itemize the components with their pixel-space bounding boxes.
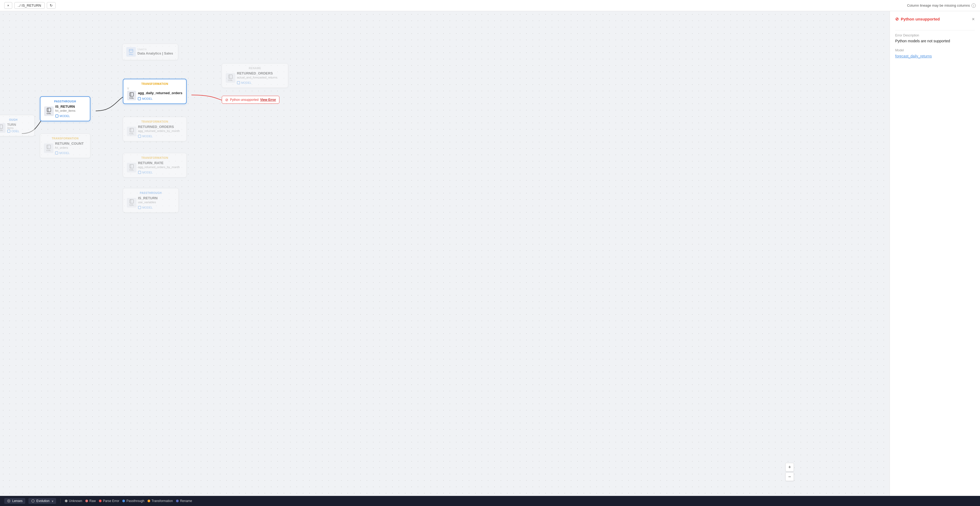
evolution-icon xyxy=(31,499,35,503)
node-sub: fct_order_items xyxy=(55,109,75,112)
y-label: Y xyxy=(127,87,182,90)
panel-divider xyxy=(895,30,975,30)
partial-left-node: OUGH COL TURN items ODEL xyxy=(0,115,35,136)
node-content: COL agg_daily_returned_orders MODEL xyxy=(127,91,182,100)
node-type-label: RENAME xyxy=(226,67,284,70)
svg-rect-23 xyxy=(130,200,134,203)
error-description-value: Python models are not supported xyxy=(895,39,975,43)
zoom-controls: + − xyxy=(785,463,794,481)
col-badge: COL xyxy=(226,73,235,83)
panel-title: ⊘ Python unsupported xyxy=(895,16,940,22)
legend-dot-parse-error xyxy=(99,500,102,502)
node-name: Data Analytics | Sales xyxy=(137,51,173,55)
lenses-label: Lenses xyxy=(12,499,22,503)
zoom-in-button[interactable]: + xyxy=(785,463,794,471)
close-button[interactable]: × xyxy=(4,2,12,9)
zoom-out-button[interactable]: − xyxy=(785,472,794,481)
model-badge: MODEL xyxy=(138,135,180,138)
svg-rect-14 xyxy=(229,75,232,78)
svg-rect-25 xyxy=(138,206,141,209)
error-icon: ⊘ xyxy=(225,97,228,102)
node-type-label: TRANSFORMATION xyxy=(44,137,86,140)
error-label: Python unsupported xyxy=(230,98,258,102)
node-name: RETURN_RATE xyxy=(138,161,180,165)
legend-label-raw: Raw xyxy=(89,499,96,503)
return-rate-node[interactable]: TRANSFORMATION COL RETURN_RATE agg_retur… xyxy=(123,153,187,177)
col-badge: COL xyxy=(127,198,137,208)
refresh-button[interactable]: ↻ xyxy=(47,2,56,9)
svg-rect-0 xyxy=(0,125,3,128)
returned-orders-rename-node[interactable]: RENAME COL RETURNED_ORDERS actual_and_fo… xyxy=(222,63,288,88)
legend-label-passthrough: Passthrough xyxy=(126,499,144,503)
node-name: IS_RETURN xyxy=(55,105,75,109)
legend-parse-error: Parse Error xyxy=(99,499,119,503)
legend-passthrough: Passthrough xyxy=(122,499,144,503)
node-content: COL RETURN_COUNT fct_orders MODEL xyxy=(44,142,86,155)
node-sub: use_variables xyxy=(138,201,158,204)
legend-dot-rename xyxy=(176,500,179,502)
node-sub: actual_and_forecasted_returns xyxy=(237,76,277,79)
node-sub: agg_returned_orders_by_month xyxy=(138,129,180,132)
legend-label-rename: Rename xyxy=(180,499,192,503)
col-badge: COL xyxy=(0,123,6,133)
lenses-button[interactable]: Lenses xyxy=(4,498,25,504)
right-panel: ⊘ Python unsupported × Error Description… xyxy=(889,11,980,496)
node-name: RETURNED_ORDERS xyxy=(237,71,277,75)
node-content: COL IS_RETURN fct_order_items MODEL xyxy=(44,105,86,118)
node-name: RETURN_COUNT xyxy=(55,142,84,145)
model-section: Model forecast_daily_returns xyxy=(895,48,975,59)
error-description-section: Error Description Python models are not … xyxy=(895,34,975,43)
node-type-label: TRANSFORMATION xyxy=(127,156,183,160)
model-badge: MODEL xyxy=(55,114,75,118)
legend-raw: Raw xyxy=(85,499,96,503)
bottom-bar: Lenses Evolution ∨ Unknown Raw Parse Err… xyxy=(0,496,980,506)
legend-label-parse-error: Parse Error xyxy=(103,499,119,503)
panel-close-button[interactable]: × xyxy=(972,17,975,22)
returned-orders-trans-node[interactable]: TRANSFORMATION COL RETURNED_ORDERS agg_r… xyxy=(123,117,187,141)
node-name: IS_RETURN xyxy=(138,196,158,200)
svg-rect-9 xyxy=(129,49,133,53)
node-sub: agg_returned_orders_by_month xyxy=(138,166,180,169)
model-label: Model xyxy=(895,48,975,52)
partial-label: OUGH xyxy=(0,118,30,121)
svg-rect-16 xyxy=(237,81,240,84)
info-icon[interactable]: i xyxy=(972,3,976,8)
svg-point-28 xyxy=(32,500,34,502)
node-content: COL RETURNED_ORDERS agg_returned_orders_… xyxy=(127,125,183,138)
svg-rect-2 xyxy=(8,130,10,132)
legend-label-unknown: Unknown xyxy=(69,499,82,503)
error-description-label: Error Description xyxy=(895,34,975,37)
svg-point-27 xyxy=(8,500,9,501)
panel-header: ⊘ Python unsupported × xyxy=(895,16,975,22)
used-in-node[interactable]: PRJ Used In Data Analytics | Sales xyxy=(122,44,178,60)
partial-row: COL TURN items ODEL xyxy=(0,123,30,133)
col-badge: COL xyxy=(44,106,54,116)
agg-daily-node[interactable]: TRANSFORMATION Y COL agg_daily_returned_… xyxy=(123,79,187,104)
is-return-passthrough-node[interactable]: PASSTHROUGH COL IS_RETURN use_variables … xyxy=(123,188,179,212)
node-content: COL RETURN_RATE agg_returned_orders_by_m… xyxy=(127,161,183,174)
warning-text: Column lineage may be missing columns xyxy=(907,3,970,8)
node-name: agg_daily_returned_orders xyxy=(138,91,182,95)
node-content: COL RETURNED_ORDERS actual_and_forecaste… xyxy=(226,71,284,85)
breadcrumb-button[interactable]: ../ IS_RETURN xyxy=(14,2,45,9)
svg-rect-6 xyxy=(47,145,51,149)
view-error-link[interactable]: View Error xyxy=(260,98,276,102)
panel-title-text: Python unsupported xyxy=(901,17,940,21)
error-badge[interactable]: ⊘ Python unsupported View Error xyxy=(222,96,280,104)
model-badge: MODEL xyxy=(55,152,84,155)
legend-dot-passthrough xyxy=(122,500,125,502)
return-count-node[interactable]: TRANSFORMATION COL RETURN_COUNT fct_orde… xyxy=(40,134,91,158)
close-icon: × xyxy=(7,3,9,8)
legend-transformation: Transformation xyxy=(148,499,173,503)
node-content: PRJ Used In Data Analytics | Sales xyxy=(126,47,174,57)
svg-rect-11 xyxy=(130,93,134,96)
svg-rect-5 xyxy=(56,115,58,117)
legend-unknown: Unknown xyxy=(65,499,82,503)
canvas[interactable]: OUGH COL TURN items ODEL PASSTHROUGH xyxy=(0,11,889,496)
evolution-button[interactable]: Evolution ∨ xyxy=(29,498,56,504)
error-circle-icon: ⊘ xyxy=(895,16,899,22)
breadcrumb-text: ../ IS_RETURN xyxy=(18,3,41,8)
is-return-node[interactable]: PASSTHROUGH COL IS_RETURN fct_order_item… xyxy=(40,96,91,121)
model-link[interactable]: forecast_daily_returns xyxy=(895,54,932,58)
node-sub: fct_orders xyxy=(55,146,84,149)
